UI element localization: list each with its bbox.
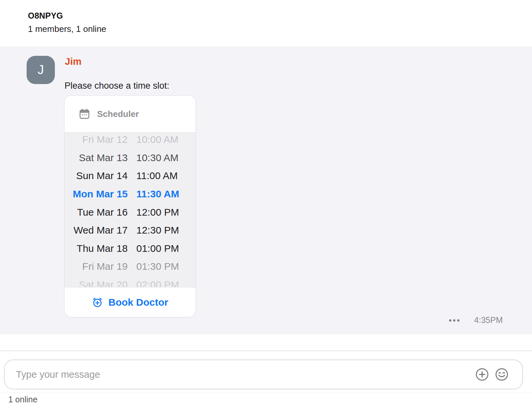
time-slot[interactable]: Sat Mar 20 02:00 PM <box>65 276 196 287</box>
book-doctor-button[interactable]: Book Doctor <box>65 287 196 317</box>
slot-time: 12:30 PM <box>136 225 190 236</box>
online-status: 1 online <box>8 395 38 404</box>
slot-date: Tue Mar 16 <box>70 207 128 218</box>
time-slot-list: Fri Mar 12 10:00 AM Sat Mar 13 10:30 AM … <box>65 133 196 287</box>
book-doctor-label: Book Doctor <box>108 297 168 308</box>
slot-date: Sat Mar 20 <box>70 279 128 287</box>
slot-time: 10:00 AM <box>136 134 190 145</box>
slot-date: Sat Mar 13 <box>70 152 128 163</box>
slot-date: Thu Mar 18 <box>70 243 128 254</box>
time-slot[interactable]: Thu Mar 18 01:00 PM <box>65 240 196 258</box>
time-slot-picker[interactable]: Fri Mar 12 10:00 AM Sat Mar 13 10:30 AM … <box>65 133 196 287</box>
scheduler-title: Scheduler <box>97 109 139 119</box>
composer-bottom-divider <box>0 393 532 393</box>
slot-time: 11:30 AM <box>136 188 190 200</box>
chat-title: O8NPYG <box>28 11 532 21</box>
alarm-plus-icon <box>92 297 103 308</box>
attach-button[interactable] <box>475 367 489 382</box>
plus-circle-icon <box>475 367 489 382</box>
time-slot[interactable]: Fri Mar 12 10:00 AM <box>65 133 196 149</box>
message-input-box <box>4 359 523 389</box>
chat-members-status: 1 members, 1 online <box>28 24 532 34</box>
time-slot[interactable]: Fri Mar 19 01:30 PM <box>65 257 196 276</box>
time-slot[interactable]: Wed Mar 17 12:30 PM <box>65 221 196 240</box>
time-slot[interactable]: Sat Mar 13 10:30 AM <box>65 149 196 167</box>
slot-time: 01:00 PM <box>136 243 190 254</box>
slot-time: 10:30 AM <box>136 152 190 163</box>
composer-section: 1 online <box>0 334 532 406</box>
chat-header: O8NPYG 1 members, 1 online <box>0 0 532 47</box>
slot-date: Fri Mar 19 <box>70 261 128 272</box>
slot-date: Wed Mar 17 <box>70 225 128 236</box>
slot-time: 02:00 PM <box>136 279 190 287</box>
message-meta: ••• 4:35PM <box>449 315 503 325</box>
message-options-icon[interactable]: ••• <box>449 316 461 325</box>
message-list: J Jim Please choose a time slot: Sc <box>0 47 532 334</box>
sender-name: Jim <box>65 56 81 67</box>
composer-top-divider <box>0 351 532 351</box>
calendar-icon <box>78 108 90 120</box>
slot-time: 12:00 PM <box>136 207 190 218</box>
emoji-button[interactable] <box>494 367 509 382</box>
scheduler-card: Scheduler Fri Mar 12 10:00 AM Sat Mar 13… <box>64 95 196 317</box>
time-slot[interactable]: Mon Mar 15 11:30 AM <box>65 185 196 203</box>
message-text: Please choose a time slot: <box>65 81 169 91</box>
avatar[interactable]: J <box>27 56 55 84</box>
time-slot[interactable]: Sun Mar 14 11:00 AM <box>65 167 196 185</box>
message-input[interactable] <box>16 369 470 380</box>
smiley-icon <box>494 367 509 382</box>
chat-app-window: O8NPYG 1 members, 1 online J Jim Please … <box>0 0 532 406</box>
scheduler-header: Scheduler <box>65 96 196 133</box>
slot-date: Fri Mar 12 <box>70 134 128 145</box>
slot-time: 11:00 AM <box>136 170 190 181</box>
slot-date: Mon Mar 15 <box>70 188 128 200</box>
slot-date: Sun Mar 14 <box>70 170 128 181</box>
message-timestamp: 4:35PM <box>474 315 503 325</box>
slot-time: 01:30 PM <box>136 261 190 272</box>
time-slot[interactable]: Tue Mar 16 12:00 PM <box>65 203 196 221</box>
